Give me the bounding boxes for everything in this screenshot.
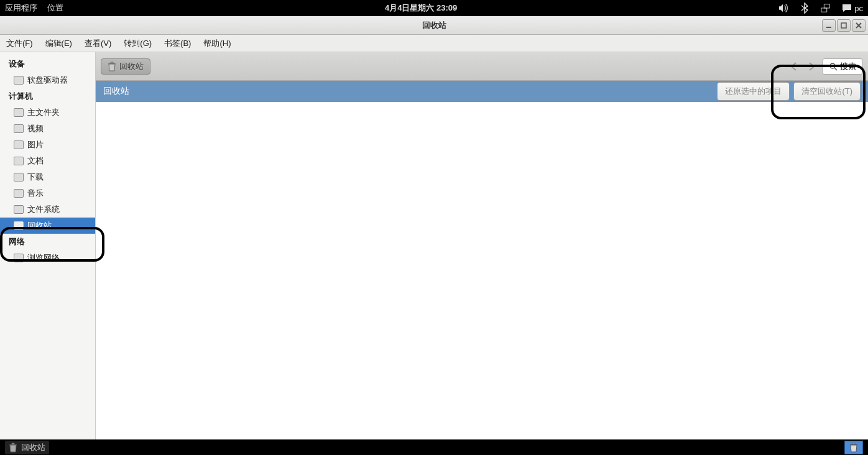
minimize-button[interactable]: [822, 19, 836, 32]
action-bar-title: 回收站: [103, 86, 129, 97]
sidebar-section-computer: 计算机: [0, 88, 95, 104]
restore-selected-button[interactable]: 还原选中的项目: [717, 82, 790, 101]
nav-back-icon[interactable]: [787, 62, 801, 71]
folder-icon: [14, 189, 24, 198]
sidebar-section-devices: 设备: [0, 56, 95, 72]
sidebar-item-label: 浏览网络: [27, 252, 60, 264]
close-button[interactable]: [852, 19, 866, 32]
path-chip-trash[interactable]: 回收站: [101, 58, 150, 75]
pathbar: 回收站 搜索: [96, 52, 868, 81]
sidebar: 设备 软盘驱动器 计算机 主文件夹 视频 图片 文档: [0, 52, 96, 439]
sidebar-item-filesystem[interactable]: 文件系统: [0, 201, 95, 218]
tray-trash-button[interactable]: [844, 441, 863, 454]
sidebar-item-music[interactable]: 音乐: [0, 185, 95, 201]
folder-icon: [14, 124, 24, 133]
folder-icon: [14, 173, 24, 182]
bottom-taskbar: 回收站: [0, 439, 868, 455]
sidebar-item-label: 音乐: [27, 188, 44, 199]
sidebar-section-network: 网络: [0, 234, 95, 250]
trash-icon: [14, 221, 24, 230]
svg-rect-3: [841, 23, 846, 28]
sidebar-item-label: 视频: [27, 123, 44, 134]
clock[interactable]: 4月4日星期六 23:09: [63, 2, 778, 14]
network-icon[interactable]: [821, 3, 831, 13]
search-button[interactable]: 搜索: [822, 58, 863, 75]
sidebar-item-label: 文件系统: [27, 204, 60, 215]
svg-rect-0: [821, 8, 827, 12]
menu-help[interactable]: 帮助(H): [201, 37, 233, 50]
search-icon: [829, 62, 838, 71]
maximize-button[interactable]: [837, 19, 851, 32]
sidebar-item-browse-network[interactable]: 浏览网络: [0, 250, 95, 266]
menu-go[interactable]: 转到(G): [121, 37, 154, 50]
user-menu[interactable]: pc: [842, 4, 863, 13]
svg-rect-2: [826, 27, 831, 28]
window-title: 回收站: [0, 20, 868, 31]
trash-icon: [108, 62, 116, 71]
folder-icon: [14, 140, 24, 149]
drive-icon: [14, 76, 24, 85]
bluetooth-icon[interactable]: [800, 3, 810, 13]
chat-icon: [842, 4, 852, 12]
svg-point-4: [830, 63, 835, 68]
volume-icon[interactable]: [778, 3, 788, 13]
folder-icon: [14, 108, 24, 117]
menu-bookmarks[interactable]: 书签(B): [162, 37, 193, 50]
sidebar-item-label: 主文件夹: [27, 107, 60, 118]
menu-edit[interactable]: 编辑(E): [43, 37, 75, 50]
system-top-panel: 应用程序 位置 4月4日星期六 23:09 pc: [0, 0, 868, 16]
folder-icon: [14, 157, 24, 165]
action-bar: 回收站 还原选中的项目 清空回收站(T): [96, 81, 868, 102]
trash-icon: [849, 443, 858, 453]
sidebar-item-floppy[interactable]: 软盘驱动器: [0, 72, 95, 88]
file-area[interactable]: [96, 102, 868, 439]
empty-trash-button[interactable]: 清空回收站(T): [793, 82, 861, 101]
network-icon: [14, 254, 24, 262]
menubar: 文件(F) 编辑(E) 查看(V) 转到(G) 书签(B) 帮助(H): [0, 35, 868, 52]
titlebar[interactable]: 回收站: [0, 16, 868, 35]
sidebar-item-trash[interactable]: 回收站: [0, 218, 95, 234]
menu-file[interactable]: 文件(F): [4, 37, 35, 50]
file-manager-window: 回收站 文件(F) 编辑(E) 查看(V) 转到(G) 书签(B) 帮助(H) …: [0, 16, 868, 439]
username-label: pc: [854, 4, 863, 13]
drive-icon: [14, 205, 24, 214]
taskbar-entry-trash[interactable]: 回收站: [5, 441, 49, 454]
sidebar-item-videos[interactable]: 视频: [0, 121, 95, 137]
main-pane: 回收站 搜索 回收站: [96, 52, 868, 439]
taskbar-label: 回收站: [21, 442, 45, 453]
sidebar-item-label: 回收站: [27, 220, 52, 231]
menu-view[interactable]: 查看(V): [82, 37, 114, 50]
sidebar-item-downloads[interactable]: 下载: [0, 169, 95, 185]
svg-rect-1: [824, 4, 830, 8]
applications-menu[interactable]: 应用程序: [5, 2, 37, 14]
trash-icon: [9, 443, 17, 453]
sidebar-item-label: 图片: [27, 139, 44, 150]
sidebar-item-label: 软盘驱动器: [27, 75, 68, 86]
sidebar-item-home[interactable]: 主文件夹: [0, 104, 95, 121]
sidebar-item-pictures[interactable]: 图片: [0, 137, 95, 153]
path-label: 回收站: [119, 61, 144, 72]
nav-forward-icon[interactable]: [805, 62, 818, 71]
sidebar-item-label: 下载: [27, 172, 44, 183]
places-menu[interactable]: 位置: [47, 2, 63, 14]
sidebar-item-label: 文档: [27, 155, 44, 167]
sidebar-item-documents[interactable]: 文档: [0, 153, 95, 169]
search-label: 搜索: [840, 61, 856, 72]
